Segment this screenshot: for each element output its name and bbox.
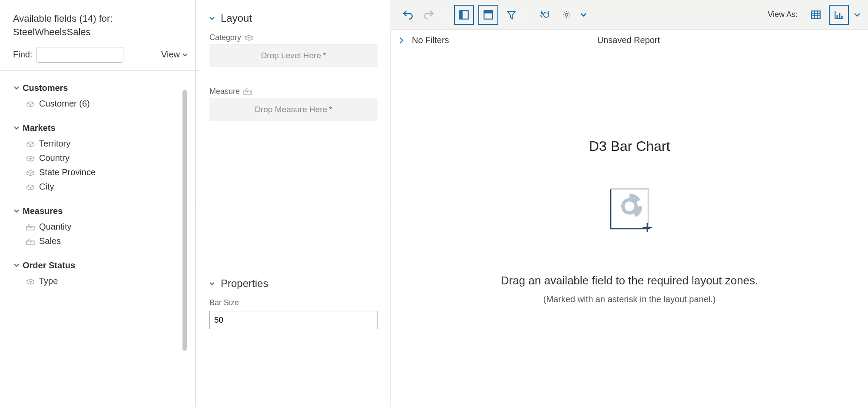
field-group-name: Markets bbox=[23, 123, 56, 133]
dimension-icon bbox=[26, 183, 35, 190]
report-panel: View As: No Filters Unsaved Report D3 Ba… bbox=[391, 0, 868, 407]
chevron-down-icon bbox=[13, 85, 20, 90]
svg-point-7 bbox=[565, 13, 568, 16]
svg-rect-10 bbox=[839, 13, 840, 18]
measure-drop-zone[interactable]: Drop Measure Here * bbox=[209, 98, 378, 121]
dimension-icon bbox=[26, 169, 35, 176]
canvas-sub-message: (Marked with an asterisk in the layout p… bbox=[543, 294, 716, 304]
field-item[interactable]: City bbox=[26, 180, 188, 194]
field-group-header[interactable]: Customers bbox=[13, 83, 188, 93]
layout-header-label: Layout bbox=[221, 12, 252, 24]
vertical-divider bbox=[195, 0, 196, 407]
svg-rect-8 bbox=[812, 11, 820, 18]
find-row: Find: View bbox=[13, 47, 188, 63]
properties-section-header[interactable]: Properties bbox=[209, 277, 378, 290]
fields-scroll: CustomersCustomer (6)MarketsTerritoryCou… bbox=[13, 83, 188, 396]
properties-header-label: Properties bbox=[221, 277, 268, 290]
bar-size-label: Bar Size bbox=[209, 298, 378, 307]
field-item-label: Quantity bbox=[39, 222, 71, 232]
category-label-text: Category bbox=[209, 33, 241, 42]
category-drop-zone[interactable]: Drop Level Here * bbox=[209, 44, 378, 67]
measure-icon bbox=[26, 223, 35, 230]
report-canvas: D3 Bar Chart Drag an available field to … bbox=[391, 51, 868, 407]
field-item-label: Sales bbox=[39, 236, 61, 246]
drop-measure-text: Drop Measure Here bbox=[255, 105, 327, 114]
dimension-icon bbox=[245, 34, 253, 41]
field-group-header[interactable]: Order Status bbox=[13, 260, 188, 270]
field-group: CustomersCustomer (6) bbox=[13, 83, 188, 111]
measure-zone-label: Measure bbox=[209, 87, 378, 98]
filter-button[interactable] bbox=[503, 6, 520, 23]
field-item[interactable]: Sales bbox=[26, 234, 188, 248]
drop-level-text: Drop Level Here bbox=[261, 51, 321, 60]
fields-panel: Available fields (14) for: SteelWheelsSa… bbox=[0, 0, 195, 407]
toggle-layout-panel-button[interactable] bbox=[478, 5, 498, 25]
report-title: Unsaved Report bbox=[449, 35, 808, 45]
divider bbox=[0, 70, 201, 71]
canvas-message: Drag an available field to the required … bbox=[501, 274, 759, 287]
find-input[interactable] bbox=[36, 47, 123, 63]
field-item[interactable]: Type bbox=[26, 274, 188, 288]
required-asterisk: * bbox=[329, 105, 332, 114]
chevron-down-icon[interactable] bbox=[580, 12, 586, 18]
field-group-name: Measures bbox=[23, 206, 63, 216]
resize-handle-icon[interactable] bbox=[195, 197, 196, 210]
category-zone-label: Category bbox=[209, 33, 378, 44]
chevron-down-icon bbox=[13, 208, 20, 214]
field-items: Customer (6) bbox=[13, 97, 188, 111]
find-label: Find: bbox=[13, 50, 32, 60]
placeholder-chart-icon bbox=[601, 180, 658, 239]
field-group-header[interactable]: Markets bbox=[13, 123, 188, 133]
field-group: Order StatusType bbox=[13, 260, 188, 288]
field-group-header[interactable]: Measures bbox=[13, 206, 188, 216]
fields-title-prefix: Available fields (14) for: bbox=[13, 13, 113, 24]
fields-title: Available fields (14) for: SteelWheelsSa… bbox=[13, 12, 188, 39]
scrollbar[interactable] bbox=[182, 90, 187, 394]
layout-section-header[interactable]: Layout bbox=[209, 12, 378, 24]
svg-rect-9 bbox=[837, 15, 838, 19]
chevron-down-icon bbox=[209, 281, 216, 286]
auto-refresh-button[interactable] bbox=[536, 6, 553, 23]
toolbar-separator bbox=[446, 7, 446, 23]
more-options-button[interactable] bbox=[558, 6, 575, 23]
svg-point-12 bbox=[623, 200, 636, 213]
field-item[interactable]: Quantity bbox=[26, 220, 188, 234]
undo-button[interactable] bbox=[399, 6, 416, 23]
field-group: MarketsTerritoryCountryState ProvinceCit… bbox=[13, 123, 188, 194]
bar-size-input[interactable] bbox=[209, 311, 378, 329]
fields-source: SteelWheelsSales bbox=[13, 27, 91, 37]
resize-handle-icon[interactable] bbox=[391, 197, 391, 210]
toolbar: View As: bbox=[391, 0, 868, 30]
field-item-label: State Province bbox=[39, 167, 96, 177]
filter-expand-toggle[interactable] bbox=[399, 37, 407, 43]
dimension-icon bbox=[26, 140, 35, 147]
field-item-label: Country bbox=[39, 153, 70, 163]
measure-icon bbox=[243, 88, 252, 95]
field-item-label: Type bbox=[39, 276, 58, 286]
redo-button[interactable] bbox=[421, 6, 438, 23]
view-as-chart-button[interactable] bbox=[829, 5, 849, 25]
filter-status-text: No Filters bbox=[412, 35, 449, 45]
chevron-down-icon[interactable] bbox=[854, 12, 860, 18]
canvas-title: D3 Bar Chart bbox=[589, 138, 670, 154]
field-item[interactable]: State Province bbox=[26, 165, 188, 180]
field-item[interactable]: Territory bbox=[26, 137, 188, 151]
view-dropdown[interactable]: View bbox=[161, 50, 188, 60]
field-group-name: Customers bbox=[23, 83, 68, 93]
field-item-label: City bbox=[39, 182, 54, 192]
scrollbar-thumb[interactable] bbox=[182, 90, 187, 351]
field-item[interactable]: Customer (6) bbox=[26, 97, 188, 111]
field-group-name: Order Status bbox=[23, 260, 75, 270]
field-item-label: Customer (6) bbox=[39, 99, 90, 109]
svg-rect-11 bbox=[841, 16, 842, 18]
required-asterisk: * bbox=[323, 51, 326, 60]
toggle-fields-panel-button[interactable] bbox=[454, 5, 474, 25]
view-as-label: View As: bbox=[768, 10, 798, 19]
field-item[interactable]: Country bbox=[26, 151, 188, 165]
properties-section: Properties Bar Size bbox=[209, 277, 378, 329]
view-as-table-button[interactable] bbox=[807, 6, 825, 23]
field-items: QuantitySales bbox=[13, 220, 188, 248]
layout-panel: Layout Category Drop Level Here * Measur… bbox=[196, 0, 391, 407]
chevron-down-icon bbox=[182, 52, 188, 57]
field-items: Type bbox=[13, 274, 188, 288]
